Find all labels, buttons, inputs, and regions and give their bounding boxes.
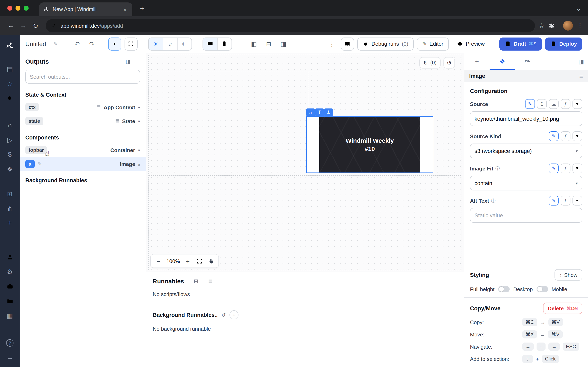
fullscreen-button[interactable] [125,37,138,50]
source-kind-select[interactable]: s3 (workspace storage) ▾ [470,143,582,158]
rail-schedules-icon[interactable]: ⊞ [0,186,20,201]
browser-menu-icon[interactable]: ⋮ [577,22,583,29]
window-zoom-button[interactable] [24,6,29,11]
more-menu-icon[interactable]: ⋮ [326,38,337,50]
connect-plug-icon[interactable] [572,196,582,206]
panel-left-toggle-icon[interactable]: ◧ [248,38,260,50]
back-button[interactable]: ← [5,20,17,32]
chevron-down-icon[interactable]: ▾ [138,148,140,152]
zoom-out-button[interactable]: − [153,255,164,267]
show-styling-button[interactable]: ‹ Show [554,269,582,281]
preview-button[interactable]: Preview [452,37,490,50]
tab-component-settings[interactable]: ❖ [490,53,515,70]
chevron-down-icon[interactable]: ▾ [138,105,140,109]
panel-right-toggle-icon[interactable]: ◨ [278,38,289,50]
connect-plug-icon[interactable] [572,99,582,109]
rail-expand-icon[interactable]: → [0,350,20,365]
reload-button[interactable]: ↻ [29,20,42,32]
collapse-panel-icon[interactable]: ◨ [579,58,584,65]
component-id-chip[interactable]: a [306,108,315,116]
extensions-puzzle-icon[interactable] [548,23,554,29]
history-icon[interactable]: ↺ [443,57,455,68]
state-row[interactable]: state ≣ State ▾ [20,114,146,128]
image-fit-select[interactable]: contain ▾ [470,176,582,191]
pan-hand-button[interactable] [205,255,216,267]
debug-runs-button[interactable]: Debug runs (0) [357,37,414,50]
rail-runs-icon[interactable]: ▷ [0,133,20,147]
zoom-in-button[interactable]: + [182,255,194,267]
refresh-icon[interactable]: ↻ [424,60,428,66]
mobile-view-icon[interactable] [217,38,232,50]
profile-avatar[interactable] [563,21,573,31]
fx-expression-icon[interactable]: ƒ [561,131,571,141]
theme-system-icon[interactable]: ☼ [163,38,177,50]
fx-expression-icon[interactable]: ƒ [561,164,571,173]
theme-dark-icon[interactable]: ☾ [177,38,191,50]
theme-light-icon[interactable]: ☀ [149,38,163,50]
fx-expression-icon[interactable]: ƒ [561,196,571,206]
docs-book-button[interactable] [341,37,354,50]
component-doc-icon[interactable]: ≣ [579,73,583,79]
rail-groups-icon[interactable]: ▦ [0,308,20,323]
expand-down-icon[interactable]: ↧ [315,108,324,116]
rail-flows-icon[interactable]: ⋔ [0,201,20,216]
chevron-down-icon[interactable]: ▾ [138,119,140,123]
ctx-row[interactable]: ctx ≣ App Context ▾ [20,100,146,114]
rail-add-icon[interactable]: + [0,216,20,230]
rail-settings-icon[interactable]: ⚙ [0,264,20,279]
new-tab-button[interactable]: + [136,3,148,14]
delete-button[interactable]: Delete ⌘Del [543,303,582,314]
static-edit-icon[interactable]: ✎ [549,196,559,206]
windmill-logo-icon[interactable] [0,38,20,53]
deploy-button[interactable]: Deploy [545,37,582,50]
forward-button[interactable]: → [17,20,29,32]
list-view-icon[interactable]: ≣ [136,58,140,64]
static-edit-icon[interactable]: ✎ [549,131,559,141]
full-height-toggle[interactable] [498,286,510,292]
rail-apps-icon[interactable]: ▤ [0,62,20,76]
canvas-refresh-group[interactable]: ↻ (0) [419,57,441,68]
dock-panel-icon[interactable]: ◨ [126,58,131,64]
browser-tab[interactable]: New App | Windmill × [39,2,132,16]
static-edit-icon[interactable]: ✎ [549,164,559,173]
desktop-view-icon[interactable] [203,38,217,50]
tab-insert-component[interactable]: + [464,53,490,70]
rail-workers-icon[interactable] [0,279,20,294]
rename-pencil-icon[interactable]: ✎ [50,38,62,50]
tab-close-icon[interactable]: × [122,6,128,13]
fx-expression-icon[interactable]: ƒ [561,99,571,109]
source-input[interactable] [470,111,582,126]
editor-mode-button[interactable]: ✎ Editor [417,37,449,50]
panel-bottom-toggle-icon[interactable]: ⊟ [263,38,274,50]
rail-resources-icon[interactable]: ❖ [0,162,20,176]
cloud-source-icon[interactable]: ☁ [549,99,559,109]
redo-button[interactable]: ↷ [86,38,98,50]
app-canvas[interactable]: ↻ (0) ↺ a ↧ ⚓ Windmill Weekly [146,53,464,272]
list-view-icon[interactable]: ≣ [208,278,213,284]
edit-pencil-icon[interactable]: ✎ [37,161,42,167]
draft-button[interactable]: Draft ⌘S [499,37,542,50]
rail-search-icon[interactable] [0,91,20,106]
outputs-search-input[interactable] [25,70,140,83]
image-component-row[interactable]: a ✎ Image ▴ [20,157,146,171]
rail-variables-icon[interactable]: $ [0,147,20,162]
rail-help-icon[interactable]: ? [0,336,20,350]
undo-button[interactable]: ↶ [71,38,83,50]
topbar-component-row[interactable]: topbar ☝ Container ▾ [20,143,146,157]
connect-plug-icon[interactable] [572,164,582,173]
window-minimize-button[interactable] [16,6,20,11]
desktop-toggle[interactable] [536,286,548,292]
upload-icon[interactable]: ↥ [537,99,547,109]
window-close-button[interactable] [7,6,12,11]
dock-panel-icon[interactable]: ⊟ [194,278,198,284]
alt-text-input[interactable] [470,208,582,223]
rail-favorites-icon[interactable]: ☆ [0,76,20,91]
component-outline-toggle[interactable] [108,37,121,50]
tab-search-icon[interactable]: ⌄ [573,5,584,12]
tab-styling-brush[interactable]: ✑ [515,53,540,70]
rail-folders-icon[interactable] [0,294,20,308]
static-edit-icon[interactable]: ✎ [525,99,535,109]
connect-plug-icon[interactable] [572,131,582,141]
add-background-runnable-button[interactable]: + [229,310,238,319]
selected-image-component[interactable]: Windmill Weekly #10 [306,116,433,173]
